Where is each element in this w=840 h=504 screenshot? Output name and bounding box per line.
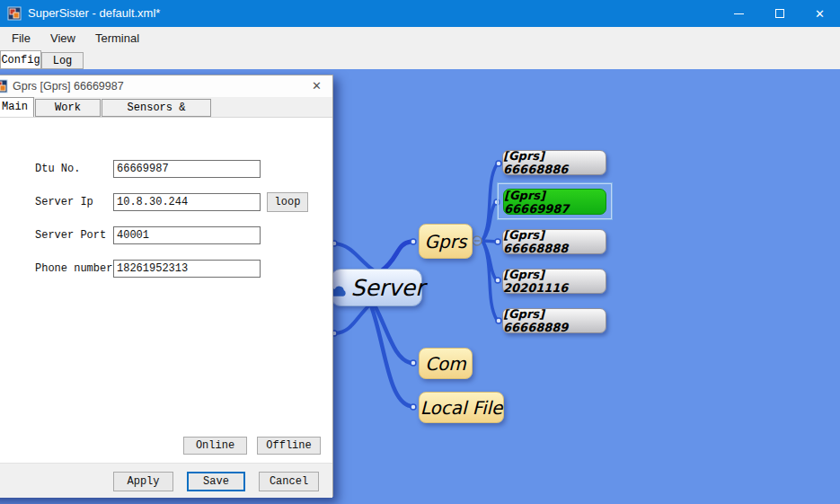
app-icon	[7, 6, 22, 21]
titlebar: SuperSister - default.xml* ✕	[0, 0, 840, 27]
node-local-file-label: Local File	[420, 397, 503, 419]
dialog-tabstrip: Main Work Modal Sensors & Confusion	[0, 97, 332, 117]
phone-number-input[interactable]	[113, 260, 261, 278]
cancel-button[interactable]: Cancel	[259, 472, 319, 491]
server-ip-label: Server Ip	[35, 193, 93, 212]
node-gprs[interactable]: Gprs	[419, 224, 473, 259]
online-button[interactable]: Online	[183, 437, 247, 455]
node-server-label: Server	[351, 275, 425, 301]
dialog-footer: Apply Save Cancel	[0, 463, 332, 498]
close-button[interactable]: ✕	[800, 0, 840, 27]
dialog-main-page: Dtu No. Server Ip loop Server Port Phone…	[0, 117, 332, 463]
menubar: File View Terminal	[0, 27, 840, 50]
server-ip-input[interactable]	[113, 193, 261, 211]
server-port-input[interactable]	[113, 226, 261, 244]
menu-file[interactable]: File	[2, 27, 40, 50]
node-com-label: Com	[425, 353, 466, 375]
node-gprs-device[interactable]: [Gprs] 66668886	[502, 150, 606, 175]
dialog-icon	[0, 79, 8, 93]
server-port-label: Server Port	[35, 226, 106, 245]
node-server[interactable]: Server	[331, 269, 422, 306]
node-gprs-device[interactable]: [Gprs] 66668889	[502, 308, 606, 333]
offline-button[interactable]: Offline	[257, 437, 321, 455]
menu-terminal[interactable]: Terminal	[85, 27, 149, 50]
dialog-tab-main[interactable]: Main	[0, 97, 34, 117]
loop-button[interactable]: loop	[267, 192, 308, 212]
node-label: [Gprs] 66668886	[503, 149, 606, 176]
maximize-icon	[775, 9, 784, 18]
window-title: SuperSister - default.xml*	[28, 0, 160, 27]
node-com[interactable]: Com	[419, 348, 473, 379]
maximize-button[interactable]	[759, 0, 800, 27]
node-label: [Gprs] 20201116	[503, 268, 606, 295]
dialog-tab-sensors[interactable]: Sensors & Confusion	[102, 99, 211, 117]
node-local-file[interactable]: Local File	[419, 392, 504, 423]
apply-button[interactable]: Apply	[113, 472, 173, 491]
dialog-titlebar: Gprs [Gprs] 66669987 ✕	[0, 75, 332, 97]
close-icon: ✕	[815, 8, 825, 20]
node-gprs-label: Gprs	[425, 231, 467, 252]
main-tabstrip: Config Log	[0, 50, 840, 69]
tab-config[interactable]: Config	[0, 50, 41, 69]
dialog-title: Gprs [Gprs] 66669987	[13, 75, 124, 97]
dialog-close-button[interactable]: ✕	[309, 79, 324, 94]
phone-number-label: Phone number	[35, 260, 112, 279]
node-label: [Gprs] 66669987	[504, 189, 606, 216]
app-window: Server Gprs Com Local File [Gprs] 666688…	[0, 0, 840, 504]
minimize-button[interactable]	[719, 0, 759, 27]
dtu-no-label: Dtu No.	[35, 160, 80, 179]
node-gprs-device[interactable]: [Gprs] 20201116	[502, 269, 606, 294]
gprs-dialog: Gprs [Gprs] 66669987 ✕ Main Work Modal S…	[0, 75, 333, 497]
tab-log[interactable]: Log	[41, 52, 84, 69]
dtu-no-input[interactable]	[113, 160, 261, 178]
selection-frame: [Gprs] 66669987	[497, 182, 613, 220]
node-gprs-device-selected[interactable]: [Gprs] 66669987	[503, 189, 606, 215]
node-label: [Gprs] 66668889	[503, 307, 606, 334]
save-button[interactable]: Save	[187, 472, 245, 491]
minimize-icon	[734, 13, 744, 14]
menu-view[interactable]: View	[40, 27, 85, 50]
node-gprs-device[interactable]: [Gprs] 66668888	[502, 229, 606, 254]
node-label: [Gprs] 66668888	[503, 228, 606, 255]
dialog-tab-work-modal[interactable]: Work Modal	[35, 99, 101, 117]
